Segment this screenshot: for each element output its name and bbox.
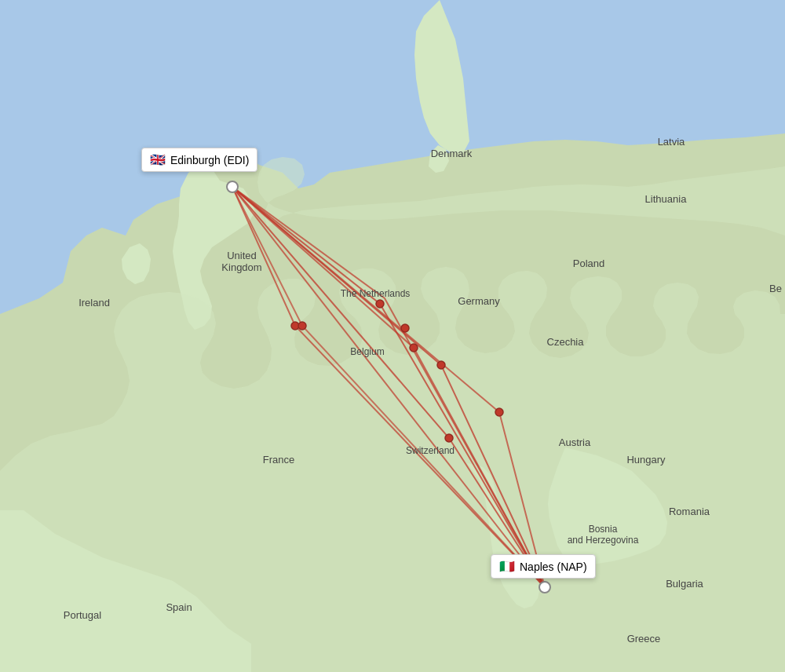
country-label-netherlands: The Netherlands (341, 288, 411, 299)
country-label-portugal: Portugal (64, 609, 102, 621)
country-label-poland: Poland (573, 257, 604, 269)
country-label-hungary: Hungary (626, 454, 666, 466)
country-label-belgium: Belgium (350, 346, 384, 357)
country-label-ireland: Ireland (78, 297, 110, 309)
country-label-bulgaria: Bulgaria (666, 578, 703, 590)
country-label-austria: Austria (559, 436, 591, 448)
waypoint-brussels (401, 324, 409, 332)
waypoint-london2 (298, 322, 306, 330)
waypoint-prague (495, 408, 503, 416)
country-label-bosnia1: Bosnia (589, 524, 618, 535)
waypoint-frankfurt (437, 361, 445, 369)
country-label-lithuania: Lithuania (645, 193, 688, 205)
country-label-germany: Germany (458, 295, 500, 307)
map-container: Ireland United Kingdom Denmark Latvia Li… (0, 0, 785, 672)
country-label-denmark: Denmark (431, 148, 473, 159)
country-label-uk: United (227, 250, 257, 261)
airport-dot-edinburgh (227, 181, 238, 192)
waypoint-dusseldorf (410, 344, 418, 352)
country-label-spain: Spain (166, 601, 192, 613)
country-label-be: Be (769, 283, 782, 294)
country-label-switzerland: Switzerland (406, 445, 455, 456)
country-label-latvia: Latvia (658, 136, 685, 148)
country-label-bosnia2: and Herzegovina (568, 535, 639, 546)
waypoint-amsterdam (376, 300, 384, 308)
country-label-uk2: Kingdom (221, 261, 261, 273)
map-svg: Ireland United Kingdom Denmark Latvia Li… (0, 0, 785, 672)
country-label-greece: Greece (627, 633, 661, 645)
country-label-romania: Romania (669, 506, 710, 517)
airport-dot-naples (539, 582, 550, 593)
country-label-france: France (263, 454, 294, 466)
country-label-czechia: Czechia (547, 336, 585, 348)
waypoint-geneva (445, 434, 453, 442)
